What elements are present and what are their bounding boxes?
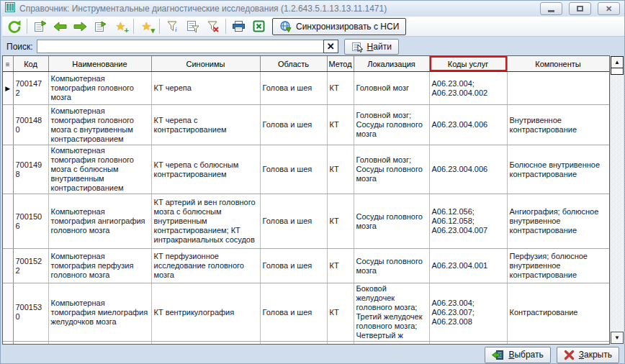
minimize-icon: [548, 10, 554, 12]
close-dialog-button[interactable]: Закрыть: [557, 347, 619, 363]
favorite-add-button[interactable]: ★ +: [111, 17, 130, 35]
cell-code[interactable]: 7001506: [13, 194, 48, 249]
sync-nsi-label: Синхронизировать с НСИ: [296, 22, 399, 32]
cell-name[interactable]: Компьютерная томография ангиография голо…: [48, 194, 151, 249]
down-arrow-icon: ▾: [150, 27, 155, 35]
cell-area[interactable]: Голова и шея: [260, 283, 327, 342]
cell-components[interactable]: [507, 72, 609, 105]
select-button[interactable]: Выбрать: [485, 347, 550, 363]
find-button[interactable]: Найти: [344, 39, 399, 55]
app-icon: [5, 2, 15, 15]
column-header-components[interactable]: Компоненты: [507, 56, 609, 72]
cell-code[interactable]: 7001522: [13, 249, 48, 283]
cell-code[interactable]: 7001498: [13, 145, 48, 194]
cell-localization[interactable]: Сосуды головного мозга: [354, 249, 429, 283]
scroll-up-button[interactable]: ▲: [611, 56, 624, 68]
print-button[interactable]: [229, 17, 248, 35]
cell-synonyms[interactable]: КТ черепа: [151, 72, 260, 105]
back-button[interactable]: [50, 17, 70, 35]
cell-method[interactable]: КТ: [327, 249, 354, 283]
cell-components[interactable]: Ангиография; болюсное внутривенное контр…: [507, 194, 609, 249]
column-header-code[interactable]: Код: [13, 56, 48, 72]
filter-button[interactable]: i: [163, 17, 182, 35]
cell-synonyms[interactable]: КТ черепа с болюсным контрастированием: [151, 145, 260, 194]
cell-name[interactable]: Компьютерная томография перфузия головно…: [48, 249, 151, 283]
cell-code[interactable]: 7001472: [13, 72, 48, 105]
cell-localization[interactable]: Головной мозг: [354, 72, 429, 105]
cell-components[interactable]: Перфузия; болюсное внутривенное контраст…: [507, 249, 609, 283]
cell-code[interactable]: 7001530: [13, 283, 48, 342]
column-header-method[interactable]: Метод: [327, 56, 354, 72]
table-row[interactable]: 7001530 Компьютерная томография миелогра…: [3, 283, 609, 342]
toolbar-separator: [159, 19, 160, 34]
cell-localization[interactable]: Боковой желудочек головного мозга; Трети…: [354, 283, 429, 342]
table-row[interactable]: 7001506 Компьютерная томография ангиогра…: [3, 194, 609, 249]
cell-components[interactable]: Контрастирование: [507, 283, 609, 342]
cell-service-codes[interactable]: A06.23.004; A06.23.007; A06.23.008: [429, 283, 507, 342]
scroll-down-icon: ▼: [614, 335, 620, 341]
cell-components[interactable]: Болюсное внутривенное контрастирование: [507, 145, 609, 194]
table-row[interactable]: 7001480 Компьютерная томография головног…: [3, 105, 609, 145]
vertical-scrollbar: ▲ ▼: [611, 56, 624, 344]
open-record-alt-button[interactable]: [91, 17, 110, 35]
cell-method[interactable]: КТ: [327, 145, 354, 194]
cell-service-codes[interactable]: A06.23.004.001: [429, 249, 507, 283]
cell-components[interactable]: Внутривенное контрастирование: [507, 105, 609, 145]
cell-synonyms[interactable]: КТ черепа с контрастированием: [151, 105, 260, 145]
cell-synonyms[interactable]: КТ вентрикулография: [151, 283, 260, 342]
cell-service-codes[interactable]: A06.23.004; A06.23.004.002: [429, 72, 507, 105]
cell-area[interactable]: Голова и шея: [260, 194, 327, 249]
sync-nsi-button[interactable]: Синхронизировать с НСИ: [272, 18, 406, 35]
cell-code[interactable]: 7001480: [13, 105, 48, 145]
cell-service-codes[interactable]: A06.23.004.006: [429, 145, 507, 194]
cell-area[interactable]: Голова и шея: [260, 105, 327, 145]
refresh-button[interactable]: [4, 17, 24, 35]
grid-header-row: ≡ Код Наименование Синонимы Область Мето…: [3, 56, 609, 72]
cell-name[interactable]: Компьютерная томография головного мозга: [48, 72, 151, 105]
cell-service-codes[interactable]: A06.12.056; A06.12.058; A06.23.004.007: [429, 194, 507, 249]
column-header-name[interactable]: Наименование: [48, 56, 151, 72]
table-row[interactable]: 7001498 Компьютерная томография головног…: [3, 145, 609, 194]
table-row[interactable]: ▶ 7001472 Компьютерная томография головн…: [3, 72, 609, 105]
scroll-down-button[interactable]: ▼: [611, 332, 624, 344]
column-header-area[interactable]: Область: [260, 56, 327, 72]
scrollbar-track[interactable]: [611, 75, 624, 332]
favorite-export-button[interactable]: ★ ▾: [137, 17, 156, 35]
scrollbar-thumb[interactable]: [611, 68, 624, 75]
filter-settings-button[interactable]: [183, 17, 202, 35]
search-clear-button[interactable]: ✕: [323, 40, 338, 53]
minimize-button[interactable]: [540, 2, 562, 15]
search-input[interactable]: [37, 40, 323, 53]
cell-name[interactable]: Компьютерная томография миелография желу…: [48, 283, 151, 342]
maximize-button[interactable]: [569, 2, 591, 15]
close-button[interactable]: ✕: [598, 2, 620, 15]
filter-clear-icon: [207, 20, 220, 33]
cell-name[interactable]: Компьютерная томография головного мозга …: [48, 145, 151, 194]
cell-area[interactable]: Голова и шея: [260, 145, 327, 194]
svg-text:i: i: [175, 26, 177, 33]
cell-method[interactable]: КТ: [327, 72, 354, 105]
cell-localization[interactable]: Головной мозг; Сосуды головного мозга: [354, 105, 429, 145]
cell-method[interactable]: КТ: [327, 105, 354, 145]
cell-service-codes[interactable]: A06.23.004.006: [429, 105, 507, 145]
open-record-alt-icon: [94, 20, 107, 33]
column-header-synonyms[interactable]: Синонимы: [151, 56, 260, 72]
forward-button[interactable]: [71, 17, 90, 35]
column-header-localization[interactable]: Локализация: [354, 56, 429, 72]
cell-name[interactable]: Компьютерная томография головного мозга …: [48, 105, 151, 145]
cell-area[interactable]: Голова и шея: [260, 249, 327, 283]
open-record-button[interactable]: [30, 17, 50, 35]
cell-method[interactable]: КТ: [327, 283, 354, 342]
row-indicator: [3, 145, 13, 194]
cell-area[interactable]: Голова и шея: [260, 72, 327, 105]
table-row[interactable]: 7001522 Компьютерная томография перфузия…: [3, 249, 609, 283]
clear-icon: ✕: [327, 42, 335, 51]
cell-method[interactable]: КТ: [327, 194, 354, 249]
cell-localization[interactable]: Сосуды головного мозга: [354, 194, 429, 249]
cell-localization[interactable]: Головной мозг; Сосуды головного мозга: [354, 145, 429, 194]
export-excel-button[interactable]: [249, 17, 269, 35]
cell-synonyms[interactable]: КТ артерий и вен головного мозга с болюс…: [151, 194, 260, 249]
column-header-service-codes[interactable]: Коды услуг: [429, 56, 507, 72]
filter-clear-button[interactable]: [203, 17, 222, 35]
cell-synonyms[interactable]: КТ перфузионное исследование головного м…: [151, 249, 260, 283]
